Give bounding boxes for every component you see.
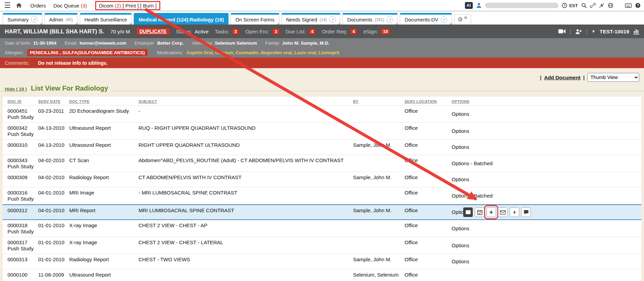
quick-action-bolt-button[interactable] <box>510 207 519 217</box>
schedule-button[interactable] <box>475 207 484 217</box>
duplicate-badge[interactable]: DUPLICATE <box>136 28 170 35</box>
cell-serv-location: Office <box>405 106 452 122</box>
table-header-row: DOC IDSERV DATEDOC TYPESUBJECTBYSERV LOC… <box>3 97 641 106</box>
counter-badge[interactable]: 4 <box>309 28 316 35</box>
doc-id: 0000343 <box>8 157 38 163</box>
menu-item-count: (2) <box>113 3 121 9</box>
home-icon[interactable] <box>16 2 22 9</box>
options-link[interactable]: Options <box>452 144 469 150</box>
options-link[interactable]: Options <box>452 111 469 117</box>
allergies-value[interactable]: PENICILLINS , SULFA(SULFONAMIDE ANTIBIOT… <box>27 49 148 56</box>
open-in-new-window-icon[interactable]: ↗ <box>31 16 38 23</box>
comments-label: Comments: <box>5 60 29 66</box>
email-icon <box>500 210 506 215</box>
options-link[interactable]: Options <box>452 176 469 182</box>
tab-documents[interactable]: Documents(281)↗ <box>342 13 398 25</box>
counter-badge[interactable]: 10 <box>381 28 390 35</box>
ai-badge[interactable]: AI <box>465 2 473 9</box>
tab-documents-dv[interactable]: Documents-DV↗ <box>400 13 452 25</box>
hamburger-menu-icon[interactable]: ☰ <box>4 2 11 9</box>
menu-item-doc-queue[interactable]: Doc Queue (3) <box>54 3 87 9</box>
table-row[interactable]: 0000343Push Study04-02-2010CT ScanAbdome… <box>3 155 641 172</box>
table-row[interactable]: 0000316Push Study04-01-2010MRI Image- MR… <box>3 187 641 204</box>
tab-summary[interactable]: Summary↗ <box>3 13 42 25</box>
search-icon[interactable] <box>581 3 587 8</box>
options-link[interactable]: Options <box>452 259 469 264</box>
menu-item-orders[interactable]: Orders <box>30 3 46 9</box>
tab-on-screen-forms[interactable]: On Screen Forms <box>231 13 279 25</box>
menu-item-label: Dicom <box>99 3 114 9</box>
cell-serv-location: Office <box>405 172 452 187</box>
medications-list[interactable]: Aspirin Oral, Calcium, Coumadin, ibuprof… <box>186 50 339 55</box>
table-row[interactable]: 000031004-13-2010Ultrasound ReportRIGHT … <box>3 140 641 155</box>
cell-doc-type: Radiology Report <box>69 172 138 187</box>
options-link[interactable]: Options - Batched <box>452 193 493 199</box>
column-header-serv-location[interactable]: SERV LOCATION <box>405 99 452 104</box>
cell-doc-id: 0000313 <box>8 254 38 269</box>
quick-action-bolt-icon[interactable] <box>591 29 596 34</box>
comment-button[interactable] <box>521 207 531 217</box>
user-icon[interactable] <box>476 3 482 8</box>
add-button[interactable]: + <box>486 207 496 217</box>
column-header-by[interactable]: BY <box>353 99 405 104</box>
column-header-serv-date[interactable]: SERV DATE <box>38 99 69 104</box>
medications-label: Medications: <box>157 50 183 55</box>
cell-by: Sample, John M. <box>353 140 405 155</box>
globe-icon[interactable] <box>608 3 613 8</box>
options-link[interactable]: Options <box>452 225 469 231</box>
table-row[interactable]: 0000317Push Study01-01-2010X-ray ImageCH… <box>3 237 641 254</box>
open-in-new-window-icon[interactable]: ↗ <box>329 16 336 23</box>
allergies-label: Allergies: <box>5 50 24 55</box>
add-document-link[interactable]: Add Document <box>544 75 581 80</box>
cell-serv-date: 01-01-2010 <box>38 220 69 237</box>
keyboard-icon[interactable] <box>625 3 632 8</box>
link-icon[interactable] <box>590 3 596 8</box>
open-in-new-window-icon[interactable]: ↗ <box>441 16 447 23</box>
doc-id-subtext: Push Study <box>8 229 38 235</box>
table-row[interactable]: 0000451Push Study03-23-20112D Echocardio… <box>3 106 641 123</box>
view-mode-select[interactable]: Thumb View <box>587 73 639 82</box>
options-link[interactable]: Options - Batched <box>452 160 493 166</box>
column-header-doc-id[interactable]: DOC ID <box>8 99 38 104</box>
allergies-medications-bar: Allergies: PENICILLINS , SULFA(SULFONAMI… <box>0 48 644 58</box>
column-header-subject[interactable]: SUBJECT <box>138 99 353 104</box>
doc-id-subtext: Push Study <box>8 196 38 202</box>
help-icon[interactable]: ? <box>635 3 641 8</box>
tab-needs-signed[interactable]: Needs Signed(14)↗ <box>281 13 340 25</box>
view-image-button[interactable] <box>463 207 473 217</box>
email-button[interactable] <box>498 207 508 217</box>
flowsheet-chart-icon[interactable] <box>633 29 639 34</box>
open-in-new-window-icon[interactable]: ↗ <box>386 16 393 23</box>
syringe-icon[interactable] <box>599 3 604 8</box>
column-header-options[interactable]: OPTIONS <box>452 99 641 104</box>
cell-serv-date: 04-02-2010 <box>38 172 69 187</box>
options-link[interactable]: Options <box>452 243 469 248</box>
tab-admin[interactable]: Admin(40) <box>44 13 77 25</box>
options-link[interactable]: Options <box>452 128 469 134</box>
chart-tab-bar: Summary↗Admin(40)Health SurveillanceMedi… <box>0 11 644 25</box>
table-row[interactable]: 0000318Push Study01-01-2010X-ray ImageCH… <box>3 220 641 237</box>
table-row[interactable]: 000031301-01-2010Radiology ReportCHEST -… <box>3 254 641 269</box>
tab-health-surveillance[interactable]: Health Surveillance <box>80 13 132 25</box>
tab-settings[interactable]: ⚙⚙ <box>454 14 471 25</box>
comments-text: Do not release info to siblings. <box>38 60 108 66</box>
cell-options: Options <box>452 111 641 117</box>
cell-subject: CHEST 2 VIEW - CHEST - AP <box>138 220 353 237</box>
table-row[interactable]: 000010011-06-2009Ultrasound ReportSeleni… <box>3 269 641 281</box>
add-person-icon[interactable] <box>575 29 582 34</box>
table-row[interactable]: 000030904-02-2010Radiology ReportCT ABDO… <box>3 172 641 187</box>
column-header-doc-type[interactable]: DOC TYPE <box>69 99 138 104</box>
cell-by <box>353 106 405 122</box>
menu-item-dicom[interactable]: Dicom (2) [ Print ] [ Burn ] <box>95 1 160 10</box>
clock-icon[interactable] <box>562 3 567 8</box>
hide-list-link[interactable]: Hide ( 19 ) <box>5 87 27 92</box>
table-row[interactable]: 000031204-01-2010MRI ReportMRI LUMBOSACR… <box>3 204 641 220</box>
cell-subject: RUQ - RIGHT UPPER QUADRANT ULTRASOUND <box>138 123 353 139</box>
counter-badge[interactable]: 3 <box>272 28 279 35</box>
tab-medical-record-124-radiology-19-[interactable]: Medical Record (124):Radiology (19) <box>134 13 229 25</box>
counter-badge[interactable]: 4 <box>350 28 357 35</box>
video-camera-icon[interactable] <box>558 29 566 34</box>
counter-badge[interactable]: 3 <box>232 28 239 35</box>
table-row[interactable]: 0000342Push Study04-13-2010Ultrasound Re… <box>3 123 641 140</box>
patient-header-right: | | TEST-10019 <box>558 29 639 34</box>
